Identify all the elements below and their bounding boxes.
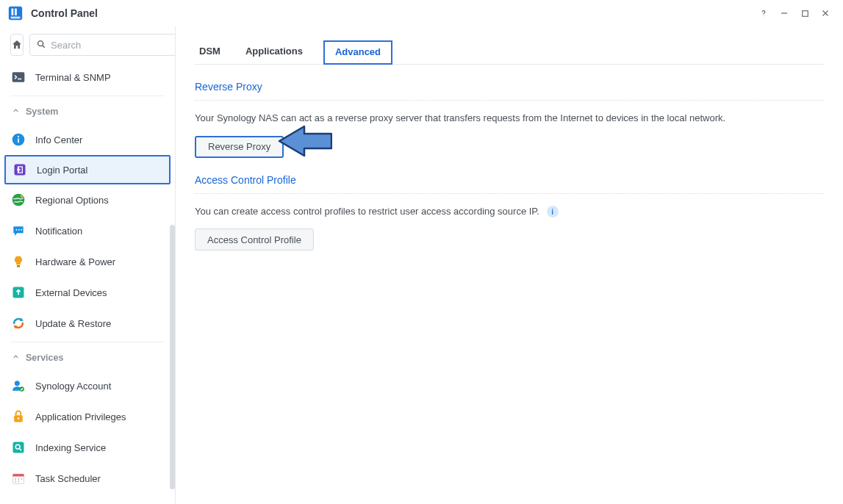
home-button[interactable]	[10, 34, 24, 56]
bulb-icon	[10, 253, 26, 270]
sidebar-group-system[interactable]: System	[0, 99, 175, 124]
search-field[interactable]	[29, 34, 175, 56]
sidebar-item-terminal-snmp[interactable]: Terminal & SNMP	[0, 62, 175, 93]
maximize-button[interactable]	[794, 3, 815, 24]
svg-rect-21	[17, 265, 20, 267]
sidebar-group-label: System	[26, 107, 58, 117]
sidebar-item-label: Synology Account	[35, 381, 111, 392]
svg-point-14	[18, 136, 19, 137]
sidebar-item-hardware-power[interactable]: Hardware & Power	[0, 246, 175, 277]
svg-line-10	[43, 45, 45, 47]
svg-point-28	[18, 417, 20, 420]
svg-rect-11	[12, 72, 25, 82]
window: Control Panel	[0, 0, 843, 504]
sidebar-item-label: Regional Options	[35, 195, 109, 206]
svg-point-25	[15, 381, 20, 386]
sidebar-item-label: Notification	[35, 226, 82, 237]
help-button[interactable]	[753, 3, 774, 24]
upload-icon	[10, 284, 26, 300]
sidebar-item-task-scheduler[interactable]: Task Scheduler	[0, 463, 175, 494]
sidebar-item-login-portal[interactable]: Login Portal	[4, 155, 171, 184]
app-icon	[7, 5, 24, 21]
svg-point-16	[12, 194, 25, 206]
close-button[interactable]	[815, 3, 836, 24]
divider	[10, 96, 165, 96]
svg-rect-35	[18, 478, 19, 480]
sidebar: Terminal & SNMP System Info Center Log	[0, 26, 176, 504]
svg-rect-38	[18, 480, 19, 482]
sidebar-item-label: Indexing Service	[35, 442, 106, 453]
svg-rect-36	[21, 478, 22, 480]
chevron-up-icon	[12, 353, 20, 363]
sidebar-item-synology-account[interactable]: Synology Account	[0, 370, 175, 401]
chevron-up-icon	[12, 107, 20, 117]
svg-point-9	[38, 40, 43, 46]
section-title-access-control: Access Control Profile	[195, 174, 824, 194]
svg-rect-1	[12, 9, 14, 15]
svg-rect-37	[15, 480, 16, 482]
divider	[10, 342, 165, 342]
search-svc-icon	[10, 439, 26, 456]
svg-rect-2	[15, 9, 17, 15]
sidebar-item-label: Terminal & SNMP	[35, 72, 111, 83]
svg-point-19	[18, 229, 20, 231]
sidebar-item-label: Task Scheduler	[35, 473, 101, 484]
portal-icon	[12, 162, 28, 178]
lock-icon	[10, 408, 26, 425]
calendar-icon	[10, 470, 26, 486]
svg-point-4	[764, 15, 764, 16]
sidebar-group-services[interactable]: Services	[0, 345, 175, 370]
svg-point-20	[21, 229, 22, 231]
sidebar-item-label: Application Privileges	[35, 411, 126, 422]
svg-rect-33	[13, 474, 24, 476]
tab-advanced[interactable]: Advanced	[323, 40, 392, 65]
info-icon	[10, 132, 26, 148]
search-icon	[36, 39, 46, 51]
tab-applications[interactable]: Applications	[241, 40, 307, 64]
chat-icon	[10, 223, 26, 239]
sidebar-item-label: Info Center	[35, 134, 82, 145]
window-title: Control Panel	[31, 7, 98, 19]
sidebar-item-label: Hardware & Power	[35, 256, 115, 267]
section-desc-text: You can create access control profiles t…	[195, 206, 539, 217]
info-badge-icon[interactable]: i	[547, 206, 559, 217]
titlebar: Control Panel	[0, 0, 843, 26]
sidebar-item-regional-options[interactable]: Regional Options	[0, 184, 175, 215]
svg-rect-29	[13, 442, 24, 453]
sidebar-item-update-restore[interactable]: Update & Restore	[0, 308, 175, 339]
minimize-button[interactable]	[774, 3, 794, 24]
sidebar-item-notification[interactable]: Notification	[0, 215, 175, 246]
sidebar-item-label: Login Portal	[37, 165, 87, 176]
tab-dsm[interactable]: DSM	[195, 40, 225, 64]
sidebar-item-info-center[interactable]: Info Center	[0, 124, 175, 155]
tab-bar: DSM Applications Advanced	[195, 35, 824, 65]
account-icon	[10, 378, 26, 394]
terminal-icon	[10, 69, 26, 85]
svg-rect-6	[802, 10, 808, 16]
svg-rect-3	[11, 17, 21, 19]
section-desc-reverse-proxy: Your Synology NAS can act as a reverse p…	[195, 111, 824, 126]
sidebar-item-label: External Devices	[35, 287, 107, 298]
svg-rect-13	[18, 138, 19, 143]
refresh-icon	[10, 315, 26, 331]
globe-icon	[10, 192, 26, 208]
section-title-reverse-proxy: Reverse Proxy	[195, 81, 824, 101]
main-panel: DSM Applications Advanced Reverse Proxy …	[176, 26, 843, 504]
reverse-proxy-button[interactable]: Reverse Proxy	[195, 136, 284, 158]
sidebar-group-label: Services	[26, 353, 63, 363]
sidebar-item-application-privileges[interactable]: Application Privileges	[0, 401, 175, 432]
section-desc-access-control: You can create access control profiles t…	[195, 204, 824, 219]
svg-rect-34	[15, 478, 16, 480]
sidebar-item-label: Update & Restore	[35, 318, 111, 329]
access-control-profile-button[interactable]: Access Control Profile	[195, 228, 314, 251]
search-input[interactable]	[51, 40, 174, 51]
sidebar-item-external-devices[interactable]: External Devices	[0, 277, 175, 308]
svg-point-18	[16, 229, 18, 231]
sidebar-item-indexing-service[interactable]: Indexing Service	[0, 432, 175, 463]
